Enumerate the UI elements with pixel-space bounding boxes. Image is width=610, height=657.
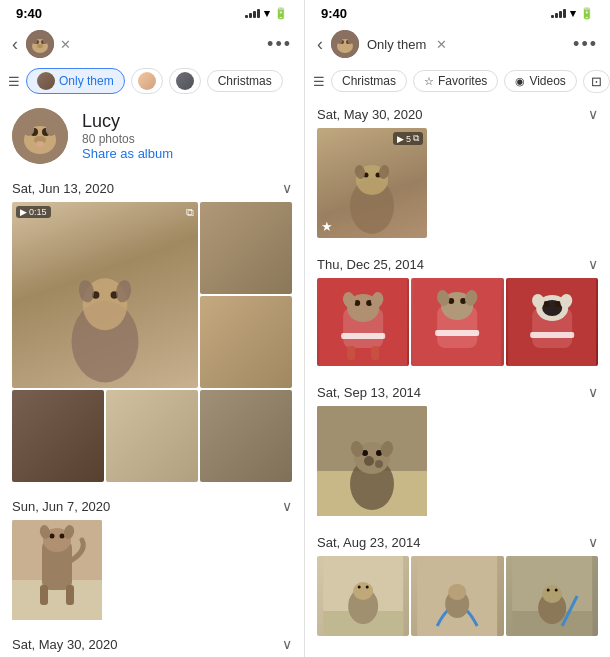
chip-only-them-label: Only them: [59, 74, 114, 88]
right-chip-more[interactable]: ⊡: [583, 70, 610, 93]
svg-point-100: [546, 589, 549, 592]
right-filter-chips: ☰ Christmas ☆ Favorites ◉ Videos ⊡: [305, 64, 610, 98]
svg-point-99: [542, 585, 562, 603]
right-chip-christmas[interactable]: Christmas: [331, 70, 407, 92]
photo-jun13-1[interactable]: ▶ 0:15 ⧉: [12, 202, 198, 388]
right-videos-label: Videos: [529, 74, 565, 88]
photo-jun13-2[interactable]: [200, 202, 292, 294]
svg-point-92: [366, 586, 369, 589]
right-chevron-dec25[interactable]: ∨: [588, 256, 598, 272]
svg-point-85: [364, 456, 374, 466]
right-date-header-dec25: Thu, Dec 25, 2014 ∨: [317, 248, 598, 278]
right-date-label-aug23: Sat, Aug 23, 2014: [317, 535, 420, 550]
photo-dec25-1[interactable]: [317, 278, 409, 366]
svg-point-101: [554, 589, 557, 592]
left-chip-only-them[interactable]: Only them: [26, 68, 125, 94]
svg-point-86: [375, 460, 383, 468]
right-stack-icon: ⧉: [413, 133, 419, 144]
svg-rect-62: [435, 330, 479, 336]
chevron-jun7[interactable]: ∨: [282, 498, 292, 514]
right-christmas-label: Christmas: [342, 74, 396, 88]
right-video-count: 5: [406, 134, 411, 144]
date-label-jun13: Sat, Jun 13, 2020: [12, 181, 114, 196]
right-photo-may30: ▶ 5 ⧉ ★: [317, 128, 598, 238]
right-date-header-sep13: Sat, Sep 13, 2014 ∨: [317, 376, 598, 406]
photo-jun13-4[interactable]: [12, 390, 104, 482]
right-photo-grid-aug23: [317, 556, 598, 636]
chip-face2: [176, 72, 194, 90]
dog-aug23-1-svg: [317, 556, 409, 636]
chip-avatar-1: [37, 72, 55, 90]
svg-rect-70: [530, 332, 574, 338]
right-date-label-sep13: Sat, Sep 13, 2014: [317, 385, 421, 400]
right-date-header-aug23: Sat, Aug 23, 2014 ∨: [317, 526, 598, 556]
left-chip-face1[interactable]: [131, 68, 163, 94]
left-filter-chips: ☰ Only them Christmas: [0, 64, 304, 98]
profile-share-link[interactable]: Share as album: [82, 146, 173, 161]
svg-point-90: [353, 582, 373, 600]
right-chevron-aug23[interactable]: ∨: [588, 534, 598, 550]
left-chip-christmas[interactable]: Christmas: [207, 70, 283, 92]
right-back-button[interactable]: ‹: [317, 34, 323, 55]
right-play-icon: ▶: [397, 134, 404, 144]
left-back-button[interactable]: ‹: [12, 34, 18, 55]
right-avatar: [331, 30, 359, 58]
photo-grid-jun13: ▶ 0:15 ⧉: [12, 202, 292, 482]
photo-right-may30-1[interactable]: ▶ 5 ⧉ ★: [317, 128, 427, 238]
right-date-label-may30: Sat, May 30, 2020: [317, 107, 423, 122]
photo-jun13-6[interactable]: [200, 390, 292, 482]
left-more-button[interactable]: •••: [267, 34, 292, 55]
right-filter-icon[interactable]: ☰: [313, 74, 325, 89]
dog-sep13-svg: [317, 406, 427, 516]
dog-dec25-2-svg: [411, 278, 503, 366]
svg-point-4: [37, 44, 43, 48]
photo-jun7-1[interactable]: [12, 520, 102, 620]
signal-icon: [245, 8, 260, 18]
photo-grid-jun7: [12, 520, 292, 620]
svg-rect-28: [66, 585, 74, 605]
photo-dec25-2[interactable]: [411, 278, 503, 366]
dog-aug23-3-svg: [506, 556, 598, 636]
right-more-button[interactable]: •••: [573, 34, 598, 55]
dog-dec25-3-svg: [506, 278, 598, 366]
right-signal-icon: [551, 8, 566, 18]
chevron-jun13[interactable]: ∨: [282, 180, 292, 196]
left-status-bar: 9:40 ▾ 🔋: [0, 0, 304, 24]
svg-rect-58: [347, 346, 355, 360]
photo-dec25-3[interactable]: [506, 278, 598, 366]
right-chevron-may30[interactable]: ∨: [588, 106, 598, 122]
right-dog-avatar-svg: [331, 30, 359, 58]
right-chip-videos[interactable]: ◉ Videos: [504, 70, 576, 92]
photo-aug23-2[interactable]: [411, 556, 503, 636]
photo-jun13-3[interactable]: [200, 296, 292, 388]
photo-aug23-1[interactable]: [317, 556, 409, 636]
left-chip-face2[interactable]: [169, 68, 201, 94]
photo-aug23-3[interactable]: [506, 556, 598, 636]
right-content: Sat, May 30, 2020 ∨ ▶ 5 ⧉ ★: [305, 98, 610, 657]
profile-photos-count: 80 photos: [82, 132, 173, 146]
profile-dog-svg: [12, 108, 68, 164]
date-header-jun7: Sun, Jun 7, 2020 ∨: [12, 490, 292, 520]
svg-rect-59: [371, 346, 379, 360]
profile-info: Lucy 80 photos Share as album: [82, 111, 173, 161]
svg-point-25: [50, 534, 55, 539]
left-chip-close[interactable]: ✕: [60, 37, 71, 52]
left-avatar-chip[interactable]: ✕: [26, 30, 71, 58]
right-video-badge: ▶ 5 ⧉: [393, 132, 423, 145]
right-wifi-icon: ▾: [570, 7, 576, 20]
photo-jun13-5[interactable]: [106, 390, 198, 482]
svg-rect-27: [40, 585, 48, 605]
photo-sep13-1[interactable]: [317, 406, 427, 516]
right-chip-favorites[interactable]: ☆ Favorites: [413, 70, 498, 92]
left-nav-bar: ‹ ✕ •••: [0, 24, 304, 64]
left-filter-icon[interactable]: ☰: [8, 74, 20, 89]
right-favorites-label: Favorites: [438, 74, 487, 88]
left-panel: 9:40 ▾ 🔋 ‹: [0, 0, 305, 657]
right-status-icons: ▾ 🔋: [551, 7, 594, 20]
right-chip-close[interactable]: ✕: [436, 37, 447, 52]
svg-point-26: [60, 534, 65, 539]
right-chevron-sep13[interactable]: ∨: [588, 384, 598, 400]
date-label-may30: Sat, May 30, 2020: [12, 637, 118, 652]
chevron-may30[interactable]: ∨: [282, 636, 292, 652]
right-avatar-chip[interactable]: Only them ✕: [331, 30, 447, 58]
